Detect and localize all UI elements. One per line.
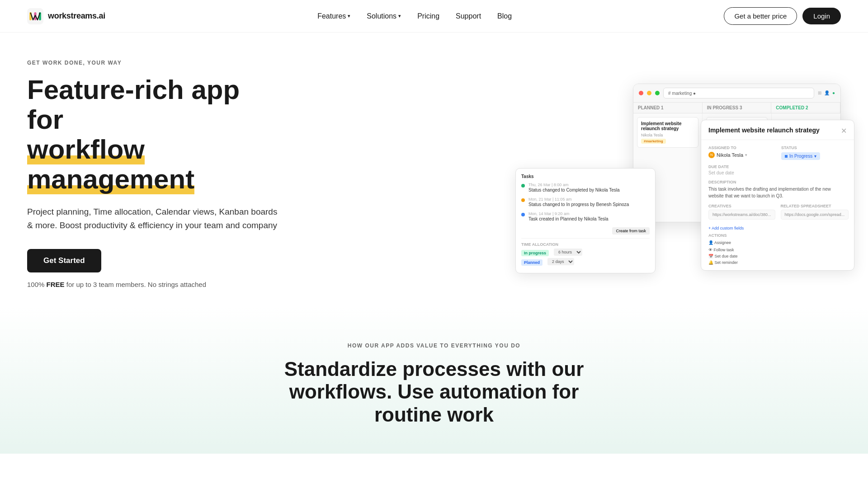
activity-panel: Tasks Thu, 26 Mar | 8:00 am Status chang… [515, 168, 656, 273]
action-buttons: 👤 Assignee 👁 Follow task 📅 Set due date … [708, 239, 847, 265]
spreadsheet-link[interactable]: https://docs.google.com/spread... [781, 210, 849, 220]
activity-title: Tasks [521, 174, 650, 179]
app-topbar: # marketing ● ⊞ 👤 ● [633, 84, 840, 103]
reminder-action[interactable]: 🔔 Set reminder [708, 260, 847, 265]
time-select[interactable]: 2 days [547, 258, 574, 265]
avatar: N [708, 152, 715, 158]
window-min-dot [647, 91, 651, 95]
task-detail-panel: Implement website relaunch strategy ✕ As… [701, 120, 854, 271]
status-dot-green [521, 184, 525, 188]
login-button[interactable]: Login [802, 8, 841, 24]
add-custom-fields-link[interactable]: + Add custom fields [708, 226, 847, 230]
detail-spreadsheet: Related spreadsheet https://docs.google.… [781, 204, 849, 222]
logo-text: workstreams.ai [48, 11, 105, 21]
task-detail-title: Implement website relaunch strategy [708, 127, 820, 134]
section2-eyebrow: HOW OUR APP ADDS VALUE TO EVERYTHING YOU… [27, 343, 841, 349]
hero-section: GET WORK DONE, YOUR WAY Feature-rich app… [0, 33, 868, 306]
activity-item: Thu, 26 Mar | 8:00 am Status changed to … [521, 183, 650, 193]
hero-title: Feature-rich app for workflow management [27, 75, 280, 194]
get-better-price-button[interactable]: Get a better price [724, 7, 797, 25]
users-icon: 👤 [824, 90, 830, 95]
board-header: PLANNED 1 IN PROGRESS 3 COMPLETED 2 [633, 103, 840, 113]
nav-actions: Get a better price Login [724, 7, 841, 25]
task-detail-body: Assigned to N Nikola Tesla ▾ Status [701, 140, 854, 271]
detail-description-label: Description [708, 180, 847, 184]
chevron-down-icon: ▾ [814, 154, 816, 159]
task-detail-header: Implement website relaunch strategy ✕ [701, 120, 854, 140]
detail-status: Status In Progress ▾ [781, 145, 847, 160]
time-tag: Planned [521, 259, 542, 266]
time-row-inprogress: In progress 6 hours [521, 249, 650, 256]
section2-title: Standardize processes with our workflows… [276, 358, 592, 427]
window-close-dot [639, 91, 643, 95]
chevron-down-icon: ▾ [745, 153, 747, 157]
creatives-link[interactable]: https://workstreams.ai/doc/380... [708, 210, 775, 220]
nav-blog[interactable]: Blog [497, 12, 512, 20]
col-completed-header: COMPLETED 2 [771, 103, 840, 113]
nav-support[interactable]: Support [456, 12, 481, 20]
nav-links: Features ▾ Solutions ▾ Pricing Support B… [317, 12, 512, 20]
app-topbar-icons: ⊞ 👤 ● [818, 90, 835, 95]
due-date-action[interactable]: 📅 Set due date [708, 254, 847, 258]
task-card[interactable]: Implement website relaunch strategy Niko… [637, 117, 698, 148]
create-task-area: Create from task [521, 226, 650, 235]
detail-row-assignee-status: Assigned to N Nikola Tesla ▾ Status [708, 145, 847, 160]
nav-solutions[interactable]: Solutions ▾ [367, 12, 401, 20]
window-max-dot [655, 91, 660, 95]
filter-icon: ⊞ [818, 90, 821, 95]
active-icon: ● [832, 90, 835, 95]
close-icon[interactable]: ✕ [841, 127, 847, 135]
assign-action[interactable]: 👤 Assignee [708, 239, 847, 246]
activity-item: Mon, 21 Mar | 11:05 am Status changed to… [521, 197, 650, 208]
status-dot-blue [521, 213, 525, 216]
time-tag: In progress [521, 250, 549, 256]
detail-due: Due date Set due date [708, 164, 847, 175]
status-dot [785, 155, 788, 158]
time-select[interactable]: 6 hours [554, 249, 582, 256]
get-started-button[interactable]: Get Started [27, 249, 101, 272]
chevron-down-icon: ▾ [348, 13, 350, 19]
hero-content: GET WORK DONE, YOUR WAY Feature-rich app… [27, 60, 280, 288]
detail-assigned: Assigned to N Nikola Tesla ▾ [708, 145, 774, 160]
hero-eyebrow: GET WORK DONE, YOUR WAY [27, 60, 280, 66]
col-planned-header: PLANNED 1 [633, 103, 703, 113]
hero-free-text: 100% FREE for up to 3 team members. No s… [27, 281, 280, 288]
chevron-down-icon: ▾ [398, 13, 401, 19]
hero-title-line1: Feature-rich app for [27, 75, 240, 135]
navbar: workstreams.ai Features ▾ Solutions ▾ Pr… [0, 0, 868, 33]
nav-features[interactable]: Features ▾ [317, 12, 350, 20]
hero-title-line2: workflow management [27, 134, 194, 194]
section2: HOW OUR APP ADDS VALUE TO EVERYTHING YOU… [0, 306, 868, 454]
detail-links-row: Creatives https://workstreams.ai/doc/380… [708, 204, 847, 222]
time-allocation: Time allocation In progress 6 hours Plan… [521, 238, 650, 266]
status-dot-orange [521, 198, 525, 202]
hero-visual: # marketing ● ⊞ 👤 ● PLANNED 1 IN PROGRES… [524, 84, 841, 264]
task-description: This task involves the drafting and impl… [708, 186, 847, 199]
time-row-planned: Planned 2 days [521, 258, 650, 266]
status-badge: In Progress ▾ [781, 152, 820, 160]
hero-description: Project planning, Time allocation, Calen… [27, 205, 280, 233]
nav-pricing[interactable]: Pricing [417, 12, 439, 20]
app-search-bar: # marketing ● [663, 88, 814, 99]
col-inprogress-header: IN PROGRESS 3 [703, 103, 772, 113]
time-allocation-label: Time allocation [521, 242, 650, 247]
tag: #marketing [641, 139, 666, 144]
detail-row-dates: Due date Set due date [708, 164, 847, 175]
actions-label: Actions [708, 233, 847, 238]
activity-item: Mon, 14 Mar | 9:20 am Task created in Pl… [521, 211, 650, 222]
create-from-task-button[interactable]: Create from task [612, 227, 650, 235]
detail-creatives: Creatives https://workstreams.ai/doc/380… [708, 204, 775, 222]
logo-icon [27, 8, 43, 24]
logo-link[interactable]: workstreams.ai [27, 8, 105, 24]
followers-action[interactable]: 👁 Follow task [708, 248, 847, 252]
